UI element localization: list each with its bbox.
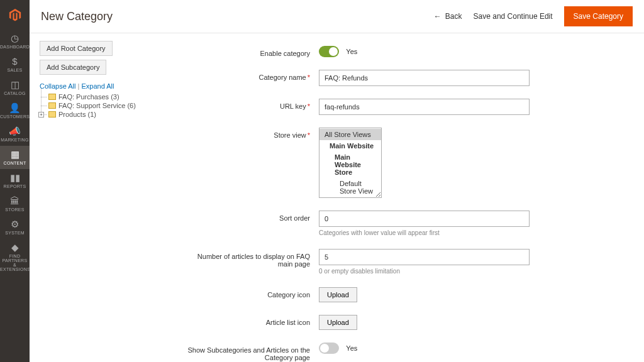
category-tree-panel: Add Root Category Add Subcategory Collap…: [30, 33, 187, 362]
category-name-label: Category name*: [187, 70, 319, 81]
show-subcategories-toggle[interactable]: [319, 343, 339, 354]
folder-icon: [48, 94, 56, 100]
sidebar-item-reports[interactable]: ▮▮REPORTS: [0, 169, 30, 192]
enable-category-toggle[interactable]: [319, 46, 339, 57]
store-option-main[interactable]: Main Website: [319, 140, 381, 151]
diamond-icon: ◆: [0, 243, 30, 252]
sidebar-item-marketing[interactable]: 📣MARKETING: [0, 123, 30, 146]
sidebar-item-catalog[interactable]: ◫CATALOG: [0, 76, 30, 99]
add-root-category-button[interactable]: Add Root Category: [40, 41, 113, 56]
category-tree: FAQ: Purchases (3) FAQ: Support Service …: [40, 92, 177, 119]
tree-node[interactable]: +Products (1): [40, 110, 177, 119]
sidebar-item-system[interactable]: ⚙SYSTEM: [0, 216, 30, 239]
sidebar-item-stores[interactable]: 🏛STORES: [0, 192, 30, 216]
collapse-all-link[interactable]: Collapse All: [40, 82, 75, 90]
show-subcategories-value: Yes: [346, 344, 357, 352]
add-subcategory-button[interactable]: Add Subcategory: [40, 60, 106, 75]
person-icon: 👤: [0, 103, 30, 112]
category-icon-upload-button[interactable]: Upload: [319, 287, 357, 302]
store-view-label: Store view*: [187, 128, 319, 139]
magento-logo[interactable]: [0, 0, 30, 30]
store-option-store[interactable]: Main Website Store: [319, 151, 381, 178]
page-title: New Category: [41, 10, 113, 23]
category-name-input[interactable]: [319, 70, 530, 86]
arrow-left-icon: ←: [434, 12, 441, 21]
header-actions: ← Back Save and Continue Edit Save Categ…: [434, 6, 633, 26]
sidebar-item-content[interactable]: ▦CONTENT: [0, 146, 30, 169]
article-icon-upload-button[interactable]: Upload: [319, 315, 357, 330]
store-option-default[interactable]: Default Store View: [319, 178, 381, 197]
dashboard-icon: ◷: [0, 33, 30, 43]
admin-sidebar: ◷DASHBOARD $SALES ◫CATALOG 👤CUSTOMERS 📣M…: [0, 0, 30, 362]
tree-controls: Collapse All | Expand All: [40, 82, 177, 90]
megaphone-icon: 📣: [0, 126, 30, 136]
article-icon-label: Article list icon: [187, 315, 319, 326]
num-articles-input[interactable]: [319, 249, 530, 265]
category-icon-label: Category icon: [187, 287, 319, 299]
gear-icon: ⚙: [0, 219, 30, 229]
bars-icon: ▮▮: [0, 173, 30, 182]
sort-order-label: Sort order: [187, 211, 319, 222]
folder-icon: [48, 102, 56, 109]
tree-node[interactable]: FAQ: Purchases (3): [40, 92, 177, 101]
sidebar-item-customers[interactable]: 👤CUSTOMERS: [0, 99, 30, 123]
enable-category-label: Enable category: [187, 46, 319, 57]
sort-order-input[interactable]: [319, 211, 530, 227]
enable-category-value: Yes: [346, 48, 357, 55]
num-articles-label: Number of articles to display on FAQ mai…: [187, 249, 319, 268]
store-option-all[interactable]: All Store Views: [319, 129, 381, 140]
url-key-label: URL key*: [187, 99, 319, 110]
url-key-input[interactable]: [319, 99, 530, 115]
dollar-icon: $: [0, 57, 30, 66]
sidebar-item-partners[interactable]: ◆FIND PARTNERS & EXTENSIONS: [0, 239, 30, 275]
store-icon: 🏛: [0, 196, 30, 206]
catalog-icon: ◫: [0, 80, 30, 89]
page-header: New Category ← Back Save and Continue Ed…: [30, 0, 644, 33]
num-articles-help: 0 or empty disables limitation: [319, 268, 530, 275]
show-subcategories-label: Show Subcategories and Articles on the C…: [187, 343, 319, 361]
sidebar-item-sales[interactable]: $SALES: [0, 53, 30, 76]
sort-order-help: Categories with lower value will appear …: [319, 229, 530, 236]
store-view-select[interactable]: All Store Views Main Website Main Websit…: [319, 128, 382, 198]
expand-all-link[interactable]: Expand All: [81, 82, 114, 90]
form-panel: Enable category Yes Category name* URL k…: [187, 33, 644, 362]
back-button[interactable]: ← Back: [434, 12, 462, 21]
folder-icon: [48, 111, 56, 118]
content-icon: ▦: [0, 150, 30, 159]
save-continue-button[interactable]: Save and Continue Edit: [474, 12, 553, 21]
save-category-button[interactable]: Save Category: [564, 6, 633, 26]
sidebar-item-dashboard[interactable]: ◷DASHBOARD: [0, 30, 30, 53]
tree-node[interactable]: FAQ: Support Service (6): [40, 101, 177, 110]
tree-expand-icon[interactable]: +: [38, 112, 44, 118]
